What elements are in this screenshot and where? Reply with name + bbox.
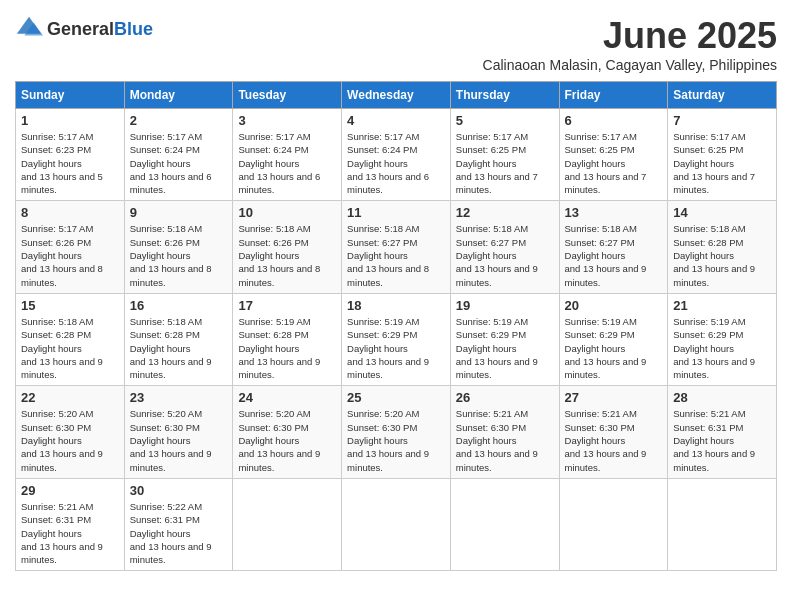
table-row: 24 Sunrise: 5:20 AMSunset: 6:30 PMDaylig… [233,386,342,478]
table-row: 3 Sunrise: 5:17 AMSunset: 6:24 PMDayligh… [233,109,342,201]
header-row: Sunday Monday Tuesday Wednesday Thursday… [16,82,777,109]
day-info: Sunrise: 5:18 AMSunset: 6:28 PMDaylight … [21,315,119,381]
day-number: 22 [21,390,119,405]
day-number: 4 [347,113,445,128]
day-number: 16 [130,298,228,313]
header-sunday: Sunday [16,82,125,109]
day-number: 25 [347,390,445,405]
day-number: 13 [565,205,663,220]
day-info: Sunrise: 5:22 AMSunset: 6:31 PMDaylight … [130,500,228,566]
table-row: 5 Sunrise: 5:17 AMSunset: 6:25 PMDayligh… [450,109,559,201]
day-info: Sunrise: 5:21 AMSunset: 6:31 PMDaylight … [673,407,771,473]
table-row: 23 Sunrise: 5:20 AMSunset: 6:30 PMDaylig… [124,386,233,478]
day-number: 9 [130,205,228,220]
header-thursday: Thursday [450,82,559,109]
day-number: 8 [21,205,119,220]
day-info: Sunrise: 5:17 AMSunset: 6:25 PMDaylight … [565,130,663,196]
table-row: 16 Sunrise: 5:18 AMSunset: 6:28 PMDaylig… [124,293,233,385]
table-row: 4 Sunrise: 5:17 AMSunset: 6:24 PMDayligh… [342,109,451,201]
day-info: Sunrise: 5:17 AMSunset: 6:24 PMDaylight … [130,130,228,196]
table-row: 10 Sunrise: 5:18 AMSunset: 6:26 PMDaylig… [233,201,342,293]
day-number: 20 [565,298,663,313]
table-row: 27 Sunrise: 5:21 AMSunset: 6:30 PMDaylig… [559,386,668,478]
day-info: Sunrise: 5:20 AMSunset: 6:30 PMDaylight … [238,407,336,473]
day-info: Sunrise: 5:17 AMSunset: 6:24 PMDaylight … [347,130,445,196]
table-row: 28 Sunrise: 5:21 AMSunset: 6:31 PMDaylig… [668,386,777,478]
day-info: Sunrise: 5:20 AMSunset: 6:30 PMDaylight … [130,407,228,473]
table-row: 21 Sunrise: 5:19 AMSunset: 6:29 PMDaylig… [668,293,777,385]
table-row: 13 Sunrise: 5:18 AMSunset: 6:27 PMDaylig… [559,201,668,293]
table-row: 17 Sunrise: 5:19 AMSunset: 6:28 PMDaylig… [233,293,342,385]
day-number: 26 [456,390,554,405]
table-row: 2 Sunrise: 5:17 AMSunset: 6:24 PMDayligh… [124,109,233,201]
day-info: Sunrise: 5:17 AMSunset: 6:25 PMDaylight … [456,130,554,196]
day-number: 14 [673,205,771,220]
location-title: Calinaoan Malasin, Cagayan Valley, Phili… [483,57,777,73]
table-row: 30 Sunrise: 5:22 AMSunset: 6:31 PMDaylig… [124,478,233,570]
week-row-3: 15 Sunrise: 5:18 AMSunset: 6:28 PMDaylig… [16,293,777,385]
table-row: 7 Sunrise: 5:17 AMSunset: 6:25 PMDayligh… [668,109,777,201]
day-info: Sunrise: 5:17 AMSunset: 6:26 PMDaylight … [21,222,119,288]
day-info: Sunrise: 5:21 AMSunset: 6:30 PMDaylight … [456,407,554,473]
header-saturday: Saturday [668,82,777,109]
month-title: June 2025 [483,15,777,57]
day-info: Sunrise: 5:19 AMSunset: 6:28 PMDaylight … [238,315,336,381]
day-info: Sunrise: 5:19 AMSunset: 6:29 PMDaylight … [565,315,663,381]
calendar-table: Sunday Monday Tuesday Wednesday Thursday… [15,81,777,571]
day-number: 3 [238,113,336,128]
header-wednesday: Wednesday [342,82,451,109]
day-info: Sunrise: 5:18 AMSunset: 6:26 PMDaylight … [130,222,228,288]
table-row: 14 Sunrise: 5:18 AMSunset: 6:28 PMDaylig… [668,201,777,293]
day-number: 10 [238,205,336,220]
day-number: 18 [347,298,445,313]
week-row-5: 29 Sunrise: 5:21 AMSunset: 6:31 PMDaylig… [16,478,777,570]
day-info: Sunrise: 5:17 AMSunset: 6:23 PMDaylight … [21,130,119,196]
day-number: 28 [673,390,771,405]
week-row-4: 22 Sunrise: 5:20 AMSunset: 6:30 PMDaylig… [16,386,777,478]
day-number: 6 [565,113,663,128]
table-row: 26 Sunrise: 5:21 AMSunset: 6:30 PMDaylig… [450,386,559,478]
day-number: 27 [565,390,663,405]
header-tuesday: Tuesday [233,82,342,109]
day-info: Sunrise: 5:18 AMSunset: 6:27 PMDaylight … [565,222,663,288]
day-info: Sunrise: 5:19 AMSunset: 6:29 PMDaylight … [673,315,771,381]
day-info: Sunrise: 5:17 AMSunset: 6:25 PMDaylight … [673,130,771,196]
day-number: 23 [130,390,228,405]
table-row: 18 Sunrise: 5:19 AMSunset: 6:29 PMDaylig… [342,293,451,385]
day-info: Sunrise: 5:18 AMSunset: 6:27 PMDaylight … [456,222,554,288]
table-row: 6 Sunrise: 5:17 AMSunset: 6:25 PMDayligh… [559,109,668,201]
day-number: 21 [673,298,771,313]
day-info: Sunrise: 5:18 AMSunset: 6:28 PMDaylight … [130,315,228,381]
day-number: 2 [130,113,228,128]
day-number: 17 [238,298,336,313]
logo-text-general: General [47,19,114,39]
day-number: 11 [347,205,445,220]
table-row: 25 Sunrise: 5:20 AMSunset: 6:30 PMDaylig… [342,386,451,478]
day-number: 19 [456,298,554,313]
logo-icon [15,15,43,43]
table-row: 12 Sunrise: 5:18 AMSunset: 6:27 PMDaylig… [450,201,559,293]
day-info: Sunrise: 5:21 AMSunset: 6:30 PMDaylight … [565,407,663,473]
day-number: 7 [673,113,771,128]
logo: GeneralBlue [15,15,153,43]
week-row-1: 1 Sunrise: 5:17 AMSunset: 6:23 PMDayligh… [16,109,777,201]
title-area: June 2025 Calinaoan Malasin, Cagayan Val… [483,15,777,73]
day-info: Sunrise: 5:18 AMSunset: 6:26 PMDaylight … [238,222,336,288]
table-row [450,478,559,570]
day-number: 30 [130,483,228,498]
day-info: Sunrise: 5:18 AMSunset: 6:28 PMDaylight … [673,222,771,288]
day-info: Sunrise: 5:21 AMSunset: 6:31 PMDaylight … [21,500,119,566]
day-number: 24 [238,390,336,405]
table-row: 1 Sunrise: 5:17 AMSunset: 6:23 PMDayligh… [16,109,125,201]
day-number: 12 [456,205,554,220]
day-info: Sunrise: 5:17 AMSunset: 6:24 PMDaylight … [238,130,336,196]
table-row: 22 Sunrise: 5:20 AMSunset: 6:30 PMDaylig… [16,386,125,478]
week-row-2: 8 Sunrise: 5:17 AMSunset: 6:26 PMDayligh… [16,201,777,293]
table-row: 11 Sunrise: 5:18 AMSunset: 6:27 PMDaylig… [342,201,451,293]
logo-text-blue: Blue [114,19,153,39]
day-info: Sunrise: 5:20 AMSunset: 6:30 PMDaylight … [347,407,445,473]
day-number: 5 [456,113,554,128]
header-monday: Monday [124,82,233,109]
day-info: Sunrise: 5:19 AMSunset: 6:29 PMDaylight … [456,315,554,381]
day-number: 15 [21,298,119,313]
